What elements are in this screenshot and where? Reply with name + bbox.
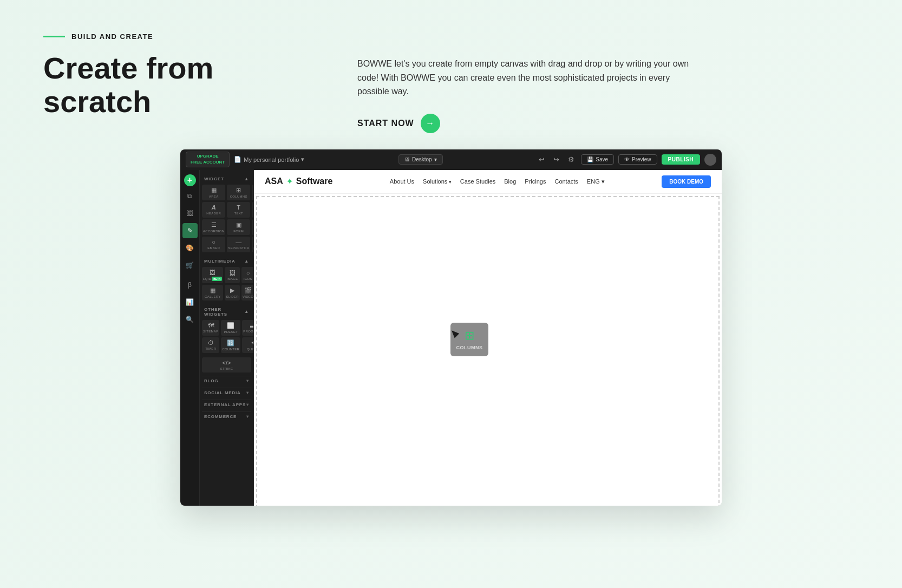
blog-section[interactable]: BLOG ▾ [202,376,251,386]
logo-text: ASA [265,177,283,186]
social-media-chevron: ▾ [246,390,249,395]
code-icon: </> [223,360,231,366]
publish-button[interactable]: PUBLISH [662,154,700,165]
nav-solutions[interactable]: Solutions [423,178,452,185]
sidebar-image-icon[interactable]: 🖼 [182,206,198,221]
book-demo-button[interactable]: BOOK DEMO [662,175,711,188]
canvas-area[interactable]: ASA ✦ Software About Us Solutions Case S… [254,170,722,506]
widget-section-label: WIDGET [204,177,224,181]
widget-embed[interactable]: ○ EMBED [202,237,225,252]
blog-label: BLOG [204,378,218,383]
widget-separator[interactable]: — SEPARATOR [227,237,250,252]
widget-video[interactable]: 🎬 VIDEO [241,285,254,300]
tag-line-dash [43,36,65,37]
widget-progress[interactable]: ▬ PROGRESS [242,320,254,336]
right-column: BOWWE let's you create from empty canvas… [357,51,859,133]
widget-strike[interactable]: </> STRIKE [202,357,251,373]
social-media-label: SOCIAL MEDIA [204,390,241,395]
widget-icon[interactable]: ○ ICON [241,267,254,283]
save-icon: 💾 [587,156,593,162]
social-media-section[interactable]: SOCIAL MEDIA ▾ [202,388,251,397]
widget-counter[interactable]: 🔢 COUNTER [221,337,240,353]
nav-pricings[interactable]: Pricings [525,178,546,185]
topbar-left: UPGRADE FREE ACCOUNT 📄 My personal portf… [186,152,304,167]
editor-topbar: UPGRADE FREE ACCOUNT 📄 My personal portf… [180,149,722,170]
publish-label: PUBLISH [668,156,694,162]
device-icon: 🖥 [404,156,410,162]
device-selector[interactable]: 🖥 Desktop ▾ [398,154,443,165]
widget-columns[interactable]: ⊞ COLUMNS [227,185,250,200]
widget-preset[interactable]: ⬜ PRESET [221,320,240,336]
external-apps-section[interactable]: EXTERNAL APPS ▾ [202,400,251,409]
sidebar-shop-icon[interactable]: 🛒 [182,258,198,273]
widget-form[interactable]: ▣ FORM [227,219,250,235]
sitemap-icon: 🗺 [208,322,214,329]
logo-star-icon: ✦ [286,177,293,186]
project-icon: 📄 [234,156,241,163]
sidebar-icons: + ⧉ 🖼 ✎ 🎨 🛒 β 📊 🔍 [180,170,200,506]
nav-about[interactable]: About Us [390,178,414,185]
image-widget-icon: 🖼 [230,270,236,276]
widget-accordion[interactable]: ☰ ACCORDION [202,219,225,235]
other-header: OTHER WIDGETS ▲ [202,305,251,320]
multimedia-header: MULTIMEDIA ▲ [202,257,251,267]
cursor [451,327,457,337]
lqid-icon: 🖼 [210,269,215,276]
gallery-icon: ▦ [210,287,215,294]
tag-line: BUILD AND CREATE [43,32,859,41]
video-icon: 🎬 [244,287,252,294]
sidebar-beta-icon[interactable]: β [182,277,198,292]
widget-gallery[interactable]: ▦ GALLERY [202,285,223,300]
sidebar-seo-icon[interactable]: 🔍 [182,312,198,327]
widget-timer[interactable]: ⏱ TIMER [202,337,219,353]
editor-body: + ⧉ 🖼 ✎ 🎨 🛒 β 📊 🔍 WIDGET ▲ ▦ [180,170,722,506]
sidebar-edit-icon[interactable]: ✎ [182,223,198,238]
settings-button[interactable]: ⚙ [566,154,577,165]
icon-widget-icon: ○ [246,270,250,276]
canvas-content[interactable]: ⊞ COLUMNS [256,196,720,506]
widget-image[interactable]: 🖼 IMAGE [225,267,239,283]
drag-widget-label: COLUMNS [456,345,482,350]
widget-slider[interactable]: ▶ SLIDER [225,285,239,300]
widget-text[interactable]: T TEXT [227,202,250,218]
nav-lang[interactable]: ENG ▾ [587,178,605,185]
device-arrow: ▾ [434,156,437,162]
widget-sitemap[interactable]: 🗺 SITEMAP [202,320,219,336]
drag-widget-icon: ⊞ [465,329,474,343]
separator-icon: — [236,239,241,245]
columns-icon: ⊞ [236,187,241,194]
page-wrapper: BUILD AND CREATE Create from scratch BOW… [0,0,902,588]
upgrade-sublabel: FREE ACCOUNT [191,160,225,165]
start-now-button[interactable]: START NOW → [357,114,859,133]
widget-lqid[interactable]: 🖼 LQID BETA [202,267,223,283]
arrow-icon: → [421,114,440,133]
undo-button[interactable]: ↩ [537,154,547,165]
multimedia-grid: 🖼 LQID BETA 🖼 IMAGE ○ ICON [202,267,251,300]
topbar-right: ↩ ↪ ⚙ 💾 Save 👁 Preview PUBLISH [537,154,716,166]
widget-section-header: WIDGET ▲ [202,174,251,185]
ecommerce-section[interactable]: ECOMMERCE ▾ [202,411,251,421]
save-button[interactable]: 💾 Save [581,154,614,165]
project-selector[interactable]: 📄 My personal portfolio ▾ [234,156,304,163]
redo-button[interactable]: ↪ [551,154,561,165]
text-icon: T [237,204,240,211]
nav-blog[interactable]: Blog [504,178,516,185]
widget-header[interactable]: A HEADER [202,202,225,218]
preview-button[interactable]: 👁 Preview [618,154,657,165]
widget-grid: ▦ AREA ⊞ COLUMNS ≡ MENU A HEADER [202,185,251,252]
user-avatar[interactable] [704,154,716,166]
other-grid: 🗺 SITEMAP ⬜ PRESET ▬ PROGRESS ⏱ TIMER [202,320,251,353]
sidebar-add-icon[interactable]: + [184,174,196,186]
nav-contacts[interactable]: Contacts [554,178,578,185]
description: BOWWE let's you create from empty canvas… [357,57,693,99]
widget-quote[interactable]: ✦ QUOTE [242,337,254,353]
other-label: OTHER WIDGETS [204,307,244,317]
preview-icon: 👁 [624,156,630,162]
sidebar-layers-icon[interactable]: ⧉ [182,188,198,204]
widget-area[interactable]: ▦ AREA [202,185,225,200]
upgrade-button[interactable]: UPGRADE FREE ACCOUNT [186,152,230,167]
nav-case-studies[interactable]: Case Studies [460,178,495,185]
sidebar-analytics-icon[interactable]: 📊 [182,295,198,310]
tag-text: BUILD AND CREATE [71,32,153,41]
sidebar-paint-icon[interactable]: 🎨 [182,240,198,256]
